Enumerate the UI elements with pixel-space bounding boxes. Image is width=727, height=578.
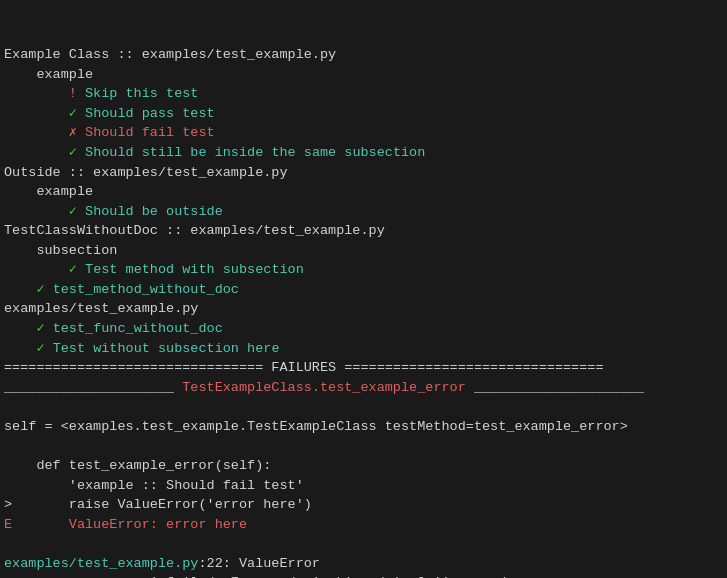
terminal-line: _____________________ TestExampleClass.t… (4, 378, 723, 398)
terminal-output: Example Class :: examples/test_example.p… (0, 4, 727, 578)
terminal-line: ================= 1 failed, 7 passed, 1 … (4, 573, 723, 578)
terminal-line: subsection (4, 241, 723, 261)
terminal-line: ✓ test_method_without_doc (4, 280, 723, 300)
terminal-line (4, 397, 723, 417)
terminal-line: ! Skip this test (4, 84, 723, 104)
terminal-line (4, 436, 723, 456)
terminal-line: TestClassWithoutDoc :: examples/test_exa… (4, 221, 723, 241)
terminal-line: > raise ValueError('error here') (4, 495, 723, 515)
terminal-line: ✓ Test without subsection here (4, 339, 723, 359)
terminal-line: Outside :: examples/test_example.py (4, 163, 723, 183)
terminal-line: ✗ Should fail test (4, 123, 723, 143)
terminal-line: self = <examples.test_example.TestExampl… (4, 417, 723, 437)
terminal-line: 'example :: Should fail test' (4, 476, 723, 496)
terminal-line: ================================ FAILURE… (4, 358, 723, 378)
terminal-line: def test_example_error(self): (4, 456, 723, 476)
terminal-line: E ValueError: error here (4, 515, 723, 535)
terminal-line: ✓ Test method with subsection (4, 260, 723, 280)
terminal-line: examples/test_example.py:22: ValueError (4, 554, 723, 574)
terminal-line: ✓ Should still be inside the same subsec… (4, 143, 723, 163)
terminal-line: example (4, 65, 723, 85)
terminal-line (4, 534, 723, 554)
terminal-line: ✓ Should pass test (4, 104, 723, 124)
terminal-line: ✓ test_func_without_doc (4, 319, 723, 339)
terminal-line: ✓ Should be outside (4, 202, 723, 222)
terminal-line: examples/test_example.py (4, 299, 723, 319)
terminal-line: Example Class :: examples/test_example.p… (4, 45, 723, 65)
terminal-line: example (4, 182, 723, 202)
